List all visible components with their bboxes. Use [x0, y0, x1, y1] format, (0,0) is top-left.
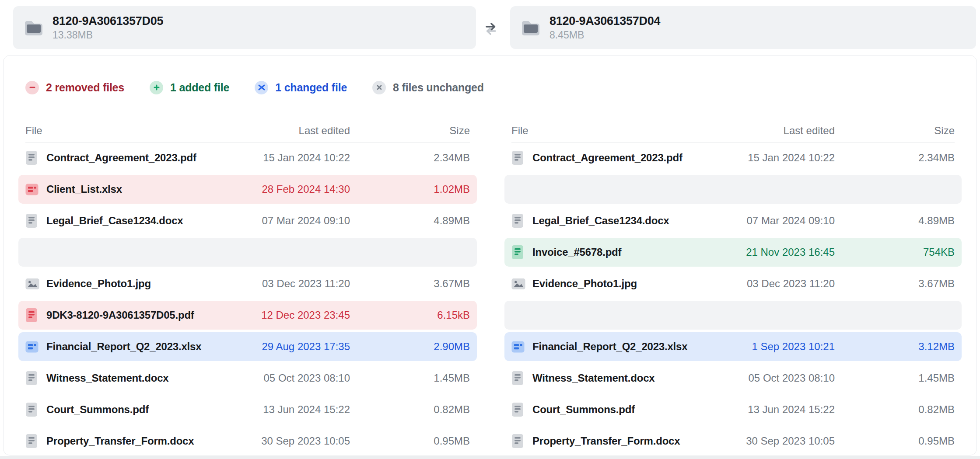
- file-size: 4.89MB: [835, 215, 955, 227]
- table-header-divider: [25, 143, 470, 143]
- file-size: 1.02MB: [350, 183, 470, 195]
- file-row[interactable]: 9DK3-8120-9A3061357D05.pdf12 Dec 2023 23…: [18, 301, 477, 330]
- right-folder-name: 8120-9A3061357D04: [550, 14, 660, 28]
- file-row[interactable]: Contract_Agreement_2023.pdf15 Jan 2024 1…: [18, 143, 477, 172]
- file-last-edited: 15 Jan 2024 10:22: [704, 152, 835, 164]
- column-header-last-edited: Last edited: [219, 125, 350, 137]
- spreadsheet-file-icon: [25, 182, 39, 197]
- left-folder-selector[interactable]: 8120-9A3061357D05 13.38MB: [13, 6, 476, 49]
- file-last-edited: 07 Mar 2024 09:10: [219, 215, 350, 227]
- document-file-icon: [511, 245, 525, 260]
- file-size: 0.95MB: [350, 435, 470, 447]
- file-row[interactable]: Court_Summons.pdf13 Jun 2024 15:220.82MB: [18, 395, 477, 424]
- file-row[interactable]: Evidence_Photo1.jpg03 Dec 2023 11:203.67…: [504, 269, 962, 298]
- file-size: 3.12MB: [835, 341, 955, 353]
- file-row[interactable]: Witness_Statement.docx05 Oct 2023 08:101…: [504, 364, 962, 393]
- document-file-icon: [25, 402, 39, 417]
- document-file-icon: [25, 434, 39, 449]
- file-name: Financial_Report_Q2_2023.xlsx: [532, 341, 687, 353]
- file-row[interactable]: Financial_Report_Q2_2023.xlsx29 Aug 2023…: [18, 332, 477, 361]
- file-name: Financial_Report_Q2_2023.xlsx: [46, 341, 201, 353]
- file-size: 3.67MB: [350, 278, 470, 290]
- file-row[interactable]: Witness_Statement.docx05 Oct 2023 08:101…: [18, 364, 477, 393]
- right-folder-size: 8.45MB: [550, 29, 660, 41]
- file-last-edited: 05 Oct 2023 08:10: [219, 372, 350, 384]
- document-file-icon: [25, 371, 39, 386]
- file-size: 0.95MB: [835, 435, 955, 447]
- swap-arrows-icon[interactable]: [480, 18, 501, 39]
- file-size: 1.45MB: [835, 372, 955, 384]
- converge-circle-icon: [255, 81, 268, 94]
- diff-card: 2 removed files 1 added file 1 changed f…: [3, 55, 977, 456]
- folder-icon: [24, 20, 44, 35]
- file-row[interactable]: Contract_Agreement_2023.pdf15 Jan 2024 1…: [504, 143, 962, 172]
- column-header-size: Size: [350, 125, 470, 137]
- table-header-divider: [511, 143, 955, 143]
- file-name: Client_List.xlsx: [46, 183, 122, 195]
- file-name: Legal_Brief_Case1234.docx: [532, 215, 669, 227]
- legend-unchanged-label: 8 files unchanged: [393, 81, 484, 94]
- file-name: Witness_Statement.docx: [46, 372, 168, 384]
- file-size: 0.82MB: [350, 403, 470, 416]
- file-size: 4.89MB: [350, 215, 470, 227]
- file-name: Property_Transfer_Form.docx: [46, 435, 194, 447]
- legend-changed: 1 changed file: [255, 81, 347, 94]
- file-size: 754KB: [835, 246, 955, 258]
- image-file-icon: [511, 276, 525, 291]
- legend-removed-label: 2 removed files: [46, 81, 124, 94]
- file-name: Property_Transfer_Form.docx: [532, 435, 680, 447]
- file-row[interactable]: Client_List.xlsx28 Feb 2024 14:301.02MB: [18, 175, 477, 204]
- minus-circle-icon: [25, 81, 39, 94]
- file-size: 2.34MB: [835, 152, 955, 164]
- file-last-edited: 30 Sep 2023 10:05: [704, 435, 835, 447]
- legend-added: 1 added file: [150, 81, 229, 94]
- document-file-icon: [511, 371, 525, 386]
- file-row[interactable]: Property_Transfer_Form.docx30 Sep 2023 1…: [18, 427, 477, 456]
- column-header-file: File: [511, 125, 704, 137]
- file-size: 6.15kB: [350, 309, 470, 321]
- document-file-icon: [25, 150, 39, 165]
- file-row[interactable]: Court_Summons.pdf13 Jun 2024 15:220.82MB: [504, 395, 962, 424]
- file-row[interactable]: Evidence_Photo1.jpg03 Dec 2023 11:203.67…: [18, 269, 477, 298]
- document-file-icon: [511, 402, 525, 417]
- file-size: 2.34MB: [350, 152, 470, 164]
- file-size: 1.45MB: [350, 372, 470, 384]
- file-name: 9DK3-8120-9A3061357D05.pdf: [46, 309, 194, 321]
- legend-removed: 2 removed files: [25, 81, 124, 94]
- file-size: 0.82MB: [835, 403, 955, 416]
- spreadsheet-file-icon: [25, 339, 39, 354]
- file-row[interactable]: Invoice_#5678.pdf21 Nov 2023 16:45754KB: [504, 238, 962, 267]
- column-header-size: Size: [835, 125, 955, 137]
- file-last-edited: 03 Dec 2023 11:20: [704, 278, 835, 290]
- file-last-edited: 05 Oct 2023 08:10: [704, 372, 835, 384]
- left-folder-size: 13.38MB: [52, 29, 163, 41]
- file-last-edited: 12 Dec 2023 23:45: [219, 309, 350, 321]
- left-table-header: File Last edited Size: [25, 124, 470, 137]
- document-file-icon: [25, 213, 39, 228]
- file-row[interactable]: Legal_Brief_Case1234.docx07 Mar 2024 09:…: [504, 206, 962, 235]
- right-table-header: File Last edited Size: [511, 124, 955, 137]
- file-last-edited: 29 Aug 2023 17:35: [219, 341, 350, 353]
- column-header-file: File: [25, 125, 219, 137]
- file-size: 3.67MB: [835, 278, 955, 290]
- right-folder-selector[interactable]: 8120-9A3061357D04 8.45MB: [510, 6, 976, 49]
- legend-unchanged: 8 files unchanged: [372, 81, 484, 94]
- legend-added-label: 1 added file: [170, 81, 229, 94]
- file-name: Legal_Brief_Case1234.docx: [46, 215, 183, 227]
- file-name: Court_Summons.pdf: [532, 403, 635, 416]
- legend-changed-label: 1 changed file: [275, 81, 347, 94]
- file-last-edited: 21 Nov 2023 16:45: [704, 246, 835, 258]
- file-name: Invoice_#5678.pdf: [532, 246, 621, 258]
- empty-row-placeholder: [504, 175, 962, 204]
- plus-circle-icon: [150, 81, 163, 94]
- file-row[interactable]: Property_Transfer_Form.docx30 Sep 2023 1…: [504, 427, 962, 456]
- file-name: Court_Summons.pdf: [46, 403, 149, 416]
- image-file-icon: [25, 276, 39, 291]
- document-file-icon: [25, 308, 39, 323]
- file-name: Contract_Agreement_2023.pdf: [46, 152, 196, 164]
- file-last-edited: 03 Dec 2023 11:20: [219, 278, 350, 290]
- file-row[interactable]: Financial_Report_Q2_2023.xlsx1 Sep 2023 …: [504, 332, 962, 361]
- document-file-icon: [511, 434, 525, 449]
- file-row[interactable]: Legal_Brief_Case1234.docx07 Mar 2024 09:…: [18, 206, 477, 235]
- empty-row-placeholder: [18, 238, 477, 267]
